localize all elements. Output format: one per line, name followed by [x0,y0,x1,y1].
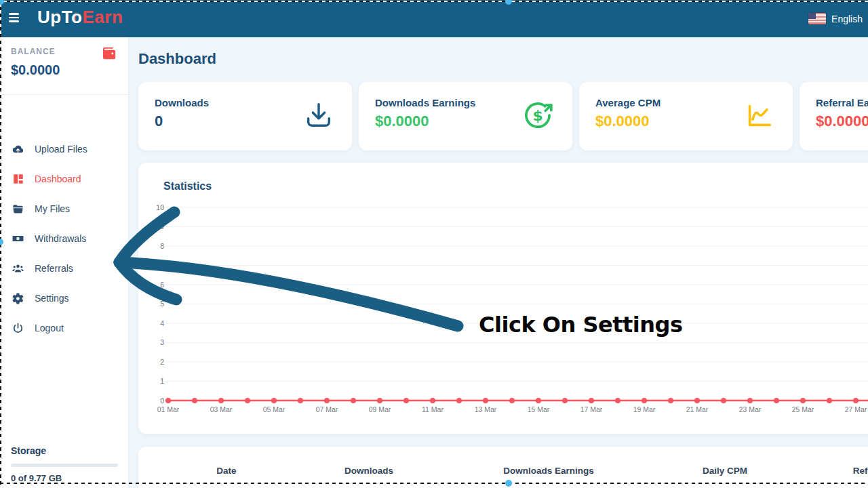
storage-used-text: 0 of 9.77 GB [11,473,118,483]
gear-icon [12,292,24,305]
wallet-icon [102,45,117,64]
stat-card-label: Referral Earnings [816,97,868,108]
stat-card-average-cpm: Average CPM$0.0000 [579,82,793,150]
top-navbar: ↑UpToEarn English [0,0,868,37]
sidebar-item-withdrawals[interactable]: Withdrawals [0,224,128,253]
hamburger-menu-icon[interactable] [9,13,22,24]
stat-card-value: $0.0000 [816,113,868,130]
sidebar-item-dashboard[interactable]: Dashboard [0,164,128,194]
app-logo[interactable]: ↑UpToEarn [37,7,123,28]
stats-table-card: DateDownloadsDownloads EarningsDaily CPM… [138,447,868,488]
statistics-chart: 01234567891001 Mar03 Mar05 Mar07 Mar09 M… [138,163,868,434]
sidebar-item-settings[interactable]: Settings [0,283,128,313]
statistics-title: Statistics [163,180,212,192]
sidebar-item-label: Referrals [35,263,73,274]
selection-handle-bottom[interactable] [505,480,512,487]
page-title: Dashboard [138,50,216,68]
svg-text:09 Mar: 09 Mar [369,405,391,413]
sidebar-item-label: Dashboard [35,174,81,184]
table-header-downloads-earnings: Downloads Earnings [423,466,674,476]
app-window: ↑UpToEarn English BALANCE $0.0000 Upload… [0,0,868,488]
svg-text:6: 6 [160,281,164,289]
sidebar-item-logout[interactable]: Logout [0,313,128,343]
stat-card-downloads-earnings: Downloads Earnings$0.0000$ [359,82,572,150]
svg-text:4: 4 [160,319,164,327]
sidebar-item-label: Settings [35,293,69,304]
svg-text:7: 7 [160,261,164,269]
balance-box: BALANCE $0.0000 [0,37,128,95]
table-header-date: Date [138,466,315,476]
sidebar-item-my-files[interactable]: My Files [0,194,128,224]
svg-text:2: 2 [160,358,164,366]
storage-label: Storage [11,445,118,456]
sidebar: BALANCE $0.0000 Upload FilesDashboardMy … [0,37,129,488]
svg-text:27 Mar: 27 Mar [845,405,867,413]
storage-box: Storage 0 of 9.77 GB Upload Files [11,445,118,488]
table-header-downloads: Downloads [315,466,423,476]
sidebar-item-referrals[interactable]: Referrals [0,253,128,283]
users-icon [12,262,24,275]
logo-text-earn: Earn [83,7,123,27]
language-selector[interactable]: English [808,0,863,37]
svg-text:$: $ [532,106,542,123]
svg-text:8: 8 [160,242,164,250]
svg-text:05 Mar: 05 Mar [263,405,285,413]
logo-text-upto: UpTo [37,7,83,27]
us-flag-icon [808,13,826,24]
download-icon [303,100,334,134]
table-header-row: DateDownloadsDownloads EarningsDaily CPM… [138,447,868,476]
sidebar-item-upload-files[interactable]: Upload Files [0,134,128,164]
sidebar-menu: Upload FilesDashboardMy FilesWithdrawals… [0,134,128,343]
selection-border-top [0,1,868,2]
dollar-refresh-icon: $ [521,98,555,135]
svg-text:03 Mar: 03 Mar [210,405,233,413]
banknote-icon [12,232,24,245]
sidebar-item-label: Withdrawals [35,233,86,244]
svg-text:25 Mar: 25 Mar [792,405,814,413]
storage-progressbar [11,464,118,467]
power-icon [12,322,24,335]
stat-cards-row: Downloads0Downloads Earnings$0.0000$Aver… [138,82,868,150]
balance-value: $0.0000 [11,62,117,78]
svg-text:5: 5 [160,300,164,308]
table-header-daily-cpm: Daily CPM [674,466,776,476]
svg-text:9: 9 [160,222,164,230]
line-chart-icon [744,100,775,134]
statistics-card: 01234567891001 Mar03 Mar05 Mar07 Mar09 M… [138,163,868,434]
selection-border-bottom [0,483,868,484]
svg-text:01 Mar: 01 Mar [157,405,180,413]
svg-text:3: 3 [160,338,164,346]
cloud-upload-icon [12,143,24,156]
svg-text:15 Mar: 15 Mar [528,405,550,413]
sidebar-item-label: Logout [35,323,64,333]
svg-text:17 Mar: 17 Mar [580,405,603,413]
stat-card-referral-earnings: Referral Earnings$0.0000 [800,82,868,150]
sidebar-item-label: Upload Files [35,144,87,155]
svg-text:10: 10 [156,203,164,211]
dashboard-icon [12,173,24,186]
table-header-referral-earnings: Referral Earnings [776,466,868,476]
annotation-text: Click On Settings [479,312,682,338]
svg-text:23 Mar: 23 Mar [739,405,762,413]
sidebar-item-label: My Files [35,203,70,214]
svg-text:1: 1 [160,377,164,385]
svg-text:19 Mar: 19 Mar [633,405,656,413]
svg-text:0: 0 [160,396,164,405]
svg-text:21 Mar: 21 Mar [686,405,709,413]
stat-card-downloads: Downloads0 [138,82,352,150]
language-label: English [831,14,863,24]
svg-text:11 Mar: 11 Mar [422,405,443,413]
svg-text:07 Mar: 07 Mar [316,405,338,413]
folder-icon [12,203,24,216]
svg-text:13 Mar: 13 Mar [475,405,497,413]
